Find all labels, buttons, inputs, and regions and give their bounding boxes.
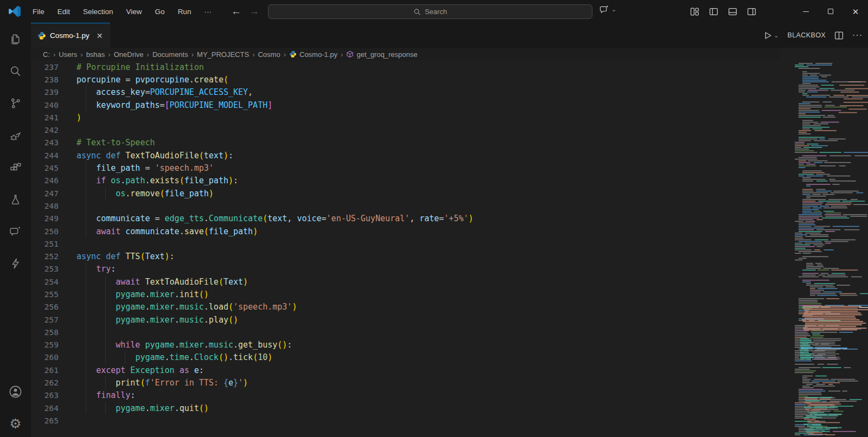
line-number[interactable]: 251	[31, 240, 76, 248]
line-number[interactable]: 252	[31, 252, 76, 261]
code-line[interactable]: 261 except Exception as e:	[31, 364, 780, 376]
split-editor-icon[interactable]	[834, 31, 844, 40]
line-number[interactable]: 253	[31, 265, 76, 273]
code-line[interactable]: 238porcupine = pvporcupine.create(	[31, 73, 780, 86]
breadcrumb-item[interactable]: C:	[43, 50, 50, 59]
code-line[interactable]: 260 pygame.time.Clock().tick(10)	[31, 351, 780, 364]
source-control-icon[interactable]	[0, 90, 31, 116]
explorer-icon[interactable]	[0, 26, 31, 52]
line-number[interactable]: 263	[31, 391, 76, 400]
toggle-panel-icon[interactable]	[728, 7, 737, 16]
code-line[interactable]: 257 pygame.mixer.music.play()	[31, 313, 780, 326]
code-line[interactable]: 256 pygame.mixer.music.load('speech.mp3'…	[31, 301, 780, 313]
close-button[interactable]: ✕	[843, 0, 868, 23]
maximize-button[interactable]	[818, 0, 843, 23]
toggle-primary-sidebar-icon[interactable]	[709, 7, 718, 16]
tab-cosmo-1-py[interactable]: Cosmo-1.py ✕	[31, 23, 110, 48]
minimap[interactable]	[780, 61, 868, 437]
code-line[interactable]: 242	[31, 124, 780, 136]
code-line[interactable]: 263 finally:	[31, 389, 780, 402]
testing-icon[interactable]	[0, 187, 31, 213]
line-number[interactable]: 238	[31, 75, 76, 84]
code-line[interactable]: 250 await communicate.save(file_path)	[31, 225, 780, 237]
breadcrumb-item[interactable]: OneDrive	[114, 50, 144, 59]
copilot-menu-button[interactable]: ⌄	[599, 4, 616, 15]
menu-item-go[interactable]: Go	[150, 5, 170, 18]
line-number[interactable]: 258	[31, 328, 76, 337]
menu-item-edit[interactable]: Edit	[52, 5, 75, 18]
more-actions-button[interactable]: ···	[852, 30, 863, 40]
code-editor[interactable]: 237# Porcupine Initialization238porcupin…	[31, 61, 780, 437]
run-debug-icon[interactable]	[0, 123, 31, 149]
menu-item-view[interactable]: View	[121, 5, 148, 18]
code-line[interactable]: 262 print(f'Error in TTS: {e}')	[31, 376, 780, 389]
code-line[interactable]: 237# Porcupine Initialization	[31, 61, 780, 73]
menu-item-file[interactable]: File	[27, 5, 50, 18]
line-number[interactable]: 241	[31, 113, 76, 122]
menu-item-[interactable]: ···	[199, 5, 217, 18]
code-line[interactable]: 249 communicate = edge_tts.Communicate(t…	[31, 213, 780, 225]
breadcrumb-item[interactable]: MY_PROJECTS	[197, 50, 249, 59]
line-number[interactable]: 254	[31, 278, 76, 286]
code-line[interactable]: 259 while pygame.mixer.music.get_busy():	[31, 339, 780, 351]
line-number[interactable]: 262	[31, 378, 76, 387]
line-number[interactable]: 244	[31, 151, 76, 160]
line-number[interactable]: 261	[31, 366, 76, 375]
search-input[interactable]: Search	[268, 4, 592, 19]
search-view-icon[interactable]	[0, 58, 31, 84]
code-line[interactable]: 255 pygame.mixer.init()	[31, 288, 780, 300]
code-line[interactable]: 264 pygame.mixer.quit()	[31, 402, 780, 414]
line-number[interactable]: 265	[31, 416, 76, 425]
line-number[interactable]: 247	[31, 189, 76, 198]
menu-item-selection[interactable]: Selection	[78, 5, 119, 18]
customize-layout-icon[interactable]	[690, 7, 699, 16]
tab-close-icon[interactable]: ✕	[97, 31, 103, 40]
line-number[interactable]: 259	[31, 340, 76, 349]
extensions-icon[interactable]	[0, 155, 31, 181]
line-number[interactable]: 249	[31, 214, 76, 223]
code-line[interactable]: 252async def TTS(Text):	[31, 250, 780, 262]
code-line[interactable]: 246 if os.path.exists(file_path):	[31, 175, 780, 187]
blackbox-button[interactable]: BLACKBOX	[787, 31, 826, 39]
line-number[interactable]: 257	[31, 316, 76, 324]
line-number[interactable]: 242	[31, 126, 76, 134]
settings-gear-icon[interactable]: ⚙	[0, 410, 31, 436]
code-line[interactable]: 251	[31, 237, 780, 250]
line-number[interactable]: 246	[31, 176, 76, 185]
breadcrumb-item[interactable]: Users	[59, 50, 77, 59]
code-line[interactable]: 244async def TextToAudioFile(text):	[31, 149, 780, 162]
code-line[interactable]: 258	[31, 326, 780, 338]
menu-item-run[interactable]: Run	[173, 5, 197, 18]
line-number[interactable]: 255	[31, 290, 76, 299]
line-number[interactable]: 239	[31, 88, 76, 97]
toggle-secondary-sidebar-icon[interactable]	[747, 7, 756, 16]
line-number[interactable]: 240	[31, 101, 76, 110]
code-line[interactable]: 265	[31, 414, 780, 427]
line-number[interactable]: 237	[31, 63, 76, 72]
line-number[interactable]: 260	[31, 353, 76, 362]
code-line[interactable]: 253 try:	[31, 263, 780, 275]
chat-icon[interactable]	[0, 218, 31, 244]
code-line[interactable]: 241)	[31, 111, 780, 124]
code-line[interactable]: 247 os.remove(file_path)	[31, 187, 780, 200]
breadcrumb-item[interactable]: Documents	[152, 50, 188, 59]
code-line[interactable]: 239 access_key=PORCUPINE_ACCESS_KEY,	[31, 86, 780, 99]
code-line[interactable]: 243# Text-to-Speech	[31, 137, 780, 149]
blackbox-bolt-icon[interactable]	[0, 250, 31, 277]
run-button[interactable]: ⌄	[763, 31, 778, 40]
minimize-button[interactable]	[793, 0, 818, 23]
line-number[interactable]: 248	[31, 202, 76, 210]
breadcrumb-item[interactable]: Cosmo	[258, 50, 280, 59]
breadcrumb-item[interactable]: get_groq_response	[346, 50, 417, 59]
line-number[interactable]: 250	[31, 227, 76, 236]
line-number[interactable]: 245	[31, 164, 76, 172]
run-dropdown-chevron-icon[interactable]: ⌄	[774, 32, 778, 39]
nav-forward-icon[interactable]: →	[249, 5, 259, 17]
code-line[interactable]: 240 keyword_paths=[PORCUPINE_MODEL_PATH]	[31, 99, 780, 111]
line-number[interactable]: 264	[31, 404, 76, 413]
breadcrumb-item[interactable]: bshas	[86, 50, 105, 59]
line-number[interactable]: 243	[31, 138, 76, 147]
breadcrumb-item[interactable]: Cosmo-1.py	[289, 50, 337, 59]
account-icon[interactable]	[0, 378, 31, 404]
line-number[interactable]: 256	[31, 303, 76, 311]
